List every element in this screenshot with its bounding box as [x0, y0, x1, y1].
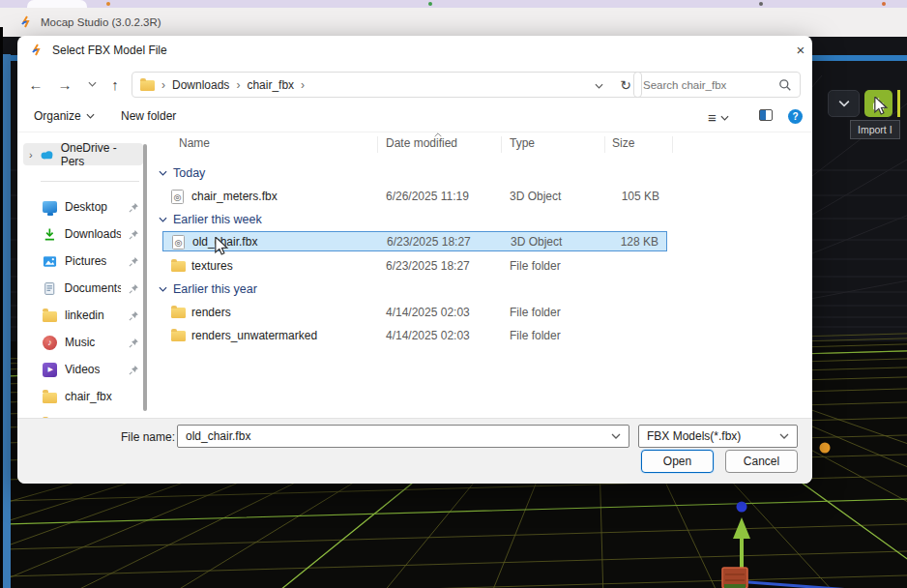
browser-active-tab[interactable] [27, 0, 87, 8]
folder-icon [43, 393, 57, 403]
import-tooltip: Import I [850, 120, 900, 139]
column-header-type[interactable]: Type [510, 136, 535, 150]
sort-ascending-icon [433, 132, 443, 137]
details-view-icon: ≡ [708, 109, 716, 126]
up-button[interactable]: ↑ [104, 74, 126, 95]
breadcrumb-downloads[interactable]: Downloads [172, 78, 229, 92]
mouse-cursor [214, 237, 230, 256]
open-button[interactable]: Open [641, 450, 714, 473]
favicon-dot [428, 2, 432, 6]
history-dropdown-icon[interactable] [81, 74, 102, 95]
file-row-renders-unwatermarked[interactable]: renders_unwatermarked 4/14/2025 02:03 Fi… [162, 326, 667, 346]
chair-model[interactable] [722, 568, 747, 588]
address-dropdown-icon[interactable] [595, 78, 603, 92]
column-divider[interactable] [501, 136, 502, 153]
pin-icon [129, 202, 139, 213]
column-header-size[interactable]: Size [612, 136, 634, 150]
dialog-footer: File name: FBX Models(*.fbx) Open Cancel [17, 418, 812, 484]
back-button[interactable]: ← [25, 74, 46, 95]
folder-icon [171, 308, 186, 318]
pin-icon [129, 256, 139, 267]
sidebar-item-onedrive[interactable]: › OneDrive - Pers [23, 143, 143, 165]
file-row-textures[interactable]: textures 6/23/2025 18:27 File folder [162, 256, 667, 277]
column-divider[interactable] [377, 136, 378, 153]
help-button[interactable]: ? [788, 109, 803, 124]
sidebar-item-linkedin[interactable]: linkedin [23, 305, 143, 326]
forward-button[interactable]: → [54, 74, 75, 95]
file-name-input[interactable] [178, 429, 611, 443]
folder-icon [171, 261, 186, 272]
folder-icon [43, 311, 57, 322]
cancel-button[interactable]: Cancel [725, 450, 798, 473]
breadcrumb[interactable]: › Downloads › chair_fbx › ↻ [132, 72, 642, 98]
expander-icon[interactable]: › [29, 149, 33, 161]
chevron-down-icon [159, 170, 167, 176]
collapse-panel-button[interactable] [828, 90, 860, 117]
pin-icon [129, 283, 139, 294]
breadcrumb-chair-fbx[interactable]: chair_fbx [247, 78, 294, 92]
column-header-date[interactable]: Date modified [386, 136, 457, 150]
screen: Mocap Studio (3.0.2.3R) Import I Select … [0, 0, 907, 588]
orange-marker [820, 443, 831, 454]
file-type-value: FBX Models(*.fbx) [647, 429, 741, 443]
command-bar: Organize New folder ≡ ? [17, 103, 812, 132]
group-header-today[interactable]: Today [159, 164, 205, 182]
view-mode-button[interactable]: ≡ [708, 109, 729, 126]
favicon-dot [882, 2, 886, 6]
column-divider[interactable] [672, 136, 673, 153]
organize-label: Organize [34, 109, 81, 123]
breadcrumb-separator: › [301, 78, 305, 92]
sidebar-item-pictures[interactable]: Pictures [23, 250, 143, 272]
onedrive-label: OneDrive - Pers [61, 141, 139, 168]
search-input[interactable] [634, 73, 800, 97]
navigation-bar: ← → ↑ › Downloads › chair_fbx › ↻ [17, 69, 812, 102]
sidebar-item-documents[interactable]: Documents [23, 278, 143, 299]
new-folder-button[interactable]: New folder [121, 109, 176, 123]
videos-icon [43, 363, 57, 377]
file-row-chair-meters[interactable]: chair_meters.fbx 6/26/2025 11:19 3D Obje… [162, 187, 667, 207]
dialog-titlebar: Select FBX Model File [17, 36, 812, 65]
preview-pane-button[interactable] [759, 109, 773, 121]
column-divider[interactable] [604, 136, 605, 153]
folder-icon [171, 331, 186, 341]
pin-icon [129, 229, 139, 240]
file-row-renders[interactable]: renders 4/14/2025 02:03 File folder [162, 303, 667, 323]
file-name-combobox[interactable] [177, 425, 629, 448]
sidebar-item-videos[interactable]: Videos [23, 359, 143, 380]
navigation-sidebar: › OneDrive - Pers Desktop Downloads [23, 132, 147, 418]
group-header-earlier-this-week[interactable]: Earlier this week [159, 211, 262, 228]
chevron-down-icon [838, 100, 850, 107]
file-type-select[interactable]: FBX Models(*.fbx) [638, 425, 798, 448]
new-folder-label: New folder [121, 109, 176, 123]
sidebar-item-downloads[interactable]: Downloads [23, 223, 143, 245]
documents-icon [43, 281, 56, 296]
file-list: Name Date modified Type Size Today chair… [155, 132, 812, 418]
favicon-dot [106, 2, 110, 6]
help-icon: ? [788, 109, 803, 124]
sidebar-scrollbar[interactable] [143, 144, 147, 411]
dialog-title: Select FBX Model File [52, 44, 167, 57]
group-header-earlier-this-year[interactable]: Earlier this year [159, 280, 257, 298]
chevron-down-icon [159, 286, 167, 292]
folder-icon [140, 80, 155, 91]
chevron-down-icon[interactable] [611, 433, 621, 439]
organize-button[interactable]: Organize [34, 109, 95, 123]
refresh-icon[interactable]: ↻ [620, 77, 631, 93]
gizmo-z-handle[interactable] [737, 502, 747, 513]
sidebar-item-desktop[interactable]: Desktop [23, 196, 143, 218]
file-row-old-chair-selected[interactable]: old_chair.fbx 6/23/2025 18:27 3D Object … [162, 231, 667, 251]
sidebar-item-chair-fbx[interactable]: chair_fbx [23, 386, 143, 407]
chevron-down-icon [720, 115, 729, 121]
onedrive-cloud-icon [39, 149, 55, 161]
sidebar-divider [41, 181, 139, 182]
chevron-down-icon [779, 433, 789, 439]
column-header-name[interactable]: Name [179, 136, 210, 150]
app-titlebar: Mocap Studio (3.0.2.3R) [0, 8, 907, 37]
search-box[interactable] [633, 72, 801, 98]
pin-icon [129, 338, 139, 348]
panel-divider [897, 90, 900, 117]
preview-pane-icon [759, 109, 773, 121]
close-icon[interactable]: × [791, 40, 810, 59]
downloads-icon [43, 227, 57, 242]
sidebar-item-music[interactable]: Music [23, 332, 143, 353]
